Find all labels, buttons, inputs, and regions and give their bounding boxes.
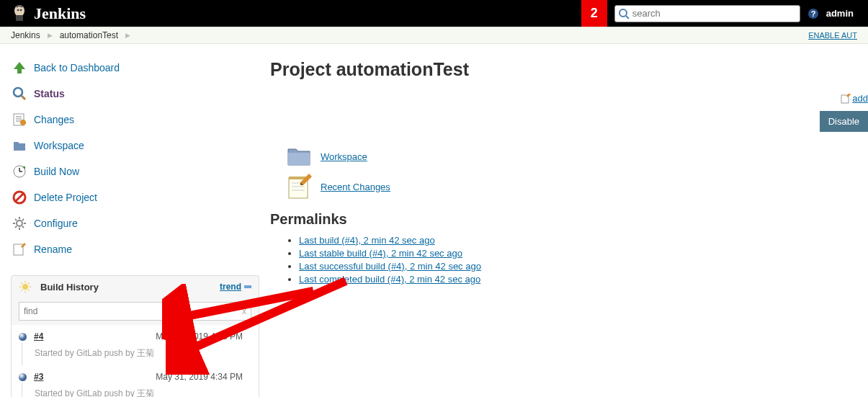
breadcrumb-separator-icon: ▶ <box>45 32 60 39</box>
svg-point-20 <box>17 220 22 226</box>
build-status-orb-icon <box>19 333 27 341</box>
svg-point-0 <box>14 5 24 17</box>
logo-area[interactable]: Jenkins <box>0 3 86 24</box>
svg-line-9 <box>22 96 25 99</box>
nav-status[interactable]: Status <box>11 81 259 107</box>
permalink-item: Last stable build (#4), 2 min 42 sec ago <box>299 248 868 259</box>
svg-line-25 <box>15 219 17 220</box>
side-nav: Back to Dashboard Status Changes Workspa… <box>11 55 259 262</box>
nav-build-now[interactable]: Build Now <box>11 159 259 184</box>
svg-line-35 <box>22 283 23 285</box>
workspace-link-row[interactable]: Workspace <box>285 142 868 171</box>
magnifier-icon <box>11 85 28 102</box>
svg-line-28 <box>22 219 24 220</box>
top-header: Jenkins 2 ? admin <box>0 0 868 27</box>
svg-line-38 <box>28 283 30 285</box>
sun-icon <box>19 280 32 293</box>
search-input[interactable] <box>630 8 797 19</box>
breadcrumb-item[interactable]: automationTest <box>60 30 122 40</box>
folder-large-icon <box>285 142 313 171</box>
nav-label: Back to Dashboard <box>34 62 120 73</box>
search-box[interactable] <box>614 5 800 22</box>
svg-line-5 <box>626 16 629 19</box>
build-cause: Started by GitLab push by 王菊 <box>19 382 251 397</box>
brand-name: Jenkins <box>34 4 86 23</box>
project-links: Workspace Recent Changes <box>285 142 868 201</box>
edit-icon <box>841 94 851 104</box>
permalink-link[interactable]: Last successful build (#4), 2 min 42 sec… <box>299 261 481 272</box>
clock-icon <box>11 163 28 180</box>
nav-delete-project[interactable]: Delete Project <box>11 184 259 210</box>
nav-label: Changes <box>34 114 74 125</box>
user-link[interactable]: admin <box>826 8 854 19</box>
timeline-line <box>22 383 22 397</box>
header-search: ? admin <box>614 5 868 22</box>
build-status-orb-icon <box>19 373 27 381</box>
svg-point-8 <box>14 88 22 97</box>
top-actions: add Disable <box>270 93 868 132</box>
nav-configure[interactable]: Configure <box>11 210 259 236</box>
permalink-item: Last build (#4), 2 min 42 sec ago <box>299 235 868 246</box>
nav-label: Delete Project <box>34 192 97 203</box>
build-number-link[interactable]: #3 <box>34 372 43 382</box>
timeline-line <box>22 342 22 365</box>
svg-line-27 <box>15 226 17 228</box>
svg-point-30 <box>22 284 28 290</box>
page-title: Project automationTest <box>270 59 868 80</box>
svg-line-19 <box>16 194 23 201</box>
changes-icon <box>11 111 28 128</box>
nav-label: Workspace <box>34 140 84 151</box>
add-description-link[interactable]: add <box>841 93 868 104</box>
permalinks-list: Last build (#4), 2 min 42 sec ago Last s… <box>270 235 868 285</box>
permalink-link[interactable]: Last build (#4), 2 min 42 sec ago <box>299 235 435 246</box>
permalink-link[interactable]: Last stable build (#4), 2 min 42 sec ago <box>299 248 462 259</box>
svg-point-4 <box>619 9 627 17</box>
nav-label: Configure <box>34 218 78 229</box>
svg-rect-1 <box>16 15 23 21</box>
alert-badge[interactable]: 2 <box>581 0 607 27</box>
search-magnifier-icon <box>618 8 630 19</box>
enable-auto-refresh-link[interactable]: ENABLE AUT <box>808 31 857 40</box>
nav-changes[interactable]: Changes <box>11 107 259 133</box>
nav-label: Status <box>34 88 65 99</box>
workspace-link[interactable]: Workspace <box>321 151 367 162</box>
svg-point-3 <box>20 9 22 11</box>
nav-label: Build Now <box>34 166 79 177</box>
permalink-item: Last completed build (#4), 2 min 42 sec … <box>299 274 868 285</box>
recent-changes-link[interactable]: Recent Changes <box>321 182 390 192</box>
nav-label: Rename <box>34 244 72 255</box>
svg-point-2 <box>17 9 19 11</box>
gear-icon <box>11 215 28 232</box>
svg-text:?: ? <box>810 9 815 18</box>
svg-line-46 <box>182 281 346 353</box>
svg-line-36 <box>28 290 30 291</box>
build-number-link[interactable]: #4 <box>34 331 43 342</box>
breadcrumb-separator-icon: ▶ <box>122 32 138 39</box>
rename-icon <box>11 241 28 258</box>
breadcrumb-item[interactable]: Jenkins <box>11 30 45 40</box>
add-description-label: add <box>852 93 868 104</box>
breadcrumb-bar: Jenkins ▶ automationTest ▶ ENABLE AUT <box>0 27 868 44</box>
nav-back-to-dashboard[interactable]: Back to Dashboard <box>11 55 259 81</box>
svg-line-37 <box>22 290 23 291</box>
nav-workspace[interactable]: Workspace <box>11 133 259 159</box>
permalinks-title: Permalinks <box>270 211 868 228</box>
nav-rename[interactable]: Rename <box>11 236 259 262</box>
notepad-icon <box>285 172 313 201</box>
permalink-item: Last successful build (#4), 2 min 42 sec… <box>299 261 868 272</box>
delete-icon <box>11 189 28 206</box>
help-icon[interactable]: ? <box>807 8 819 19</box>
jenkins-logo-icon <box>11 3 28 24</box>
svg-point-14 <box>20 120 26 125</box>
up-arrow-icon <box>11 59 28 76</box>
disable-project-button[interactable]: Disable <box>820 111 868 132</box>
recent-changes-link-row[interactable]: Recent Changes <box>285 172 868 201</box>
svg-line-26 <box>22 226 24 228</box>
main-content: Project automationTest add Disable Works… <box>270 55 868 397</box>
annotation-arrow-icon <box>166 274 353 375</box>
folder-icon <box>11 137 28 154</box>
